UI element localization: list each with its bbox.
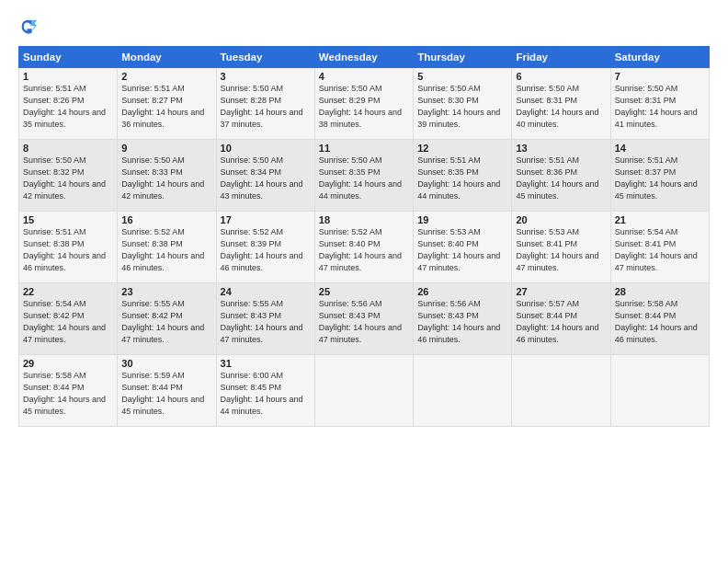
cell-details: Sunrise: 5:52 AMSunset: 8:38 PMDaylight:… <box>121 226 211 274</box>
cell-details: Sunrise: 5:50 AMSunset: 8:31 PMDaylight:… <box>615 83 705 131</box>
day-number: 7 <box>615 71 705 82</box>
calendar-cell: 19Sunrise: 5:53 AMSunset: 8:40 PMDayligh… <box>414 212 512 283</box>
calendar-cell: 4Sunrise: 5:50 AMSunset: 8:29 PMDaylight… <box>314 68 413 140</box>
cell-details: Sunrise: 5:50 AMSunset: 8:29 PMDaylight:… <box>319 83 409 131</box>
week-row-3: 15Sunrise: 5:51 AMSunset: 8:38 PMDayligh… <box>19 212 710 283</box>
calendar-cell: 29Sunrise: 5:58 AMSunset: 8:44 PMDayligh… <box>19 355 118 427</box>
header-thursday: Thursday <box>414 47 512 68</box>
day-number: 3 <box>221 71 311 82</box>
cell-details: Sunrise: 5:57 AMSunset: 8:44 PMDaylight:… <box>516 298 606 346</box>
cell-details: Sunrise: 5:58 AMSunset: 8:44 PMDaylight:… <box>23 370 113 418</box>
calendar-cell: 2Sunrise: 5:51 AMSunset: 8:27 PMDaylight… <box>118 68 216 140</box>
calendar-cell: 12Sunrise: 5:51 AMSunset: 8:35 PMDayligh… <box>414 140 512 212</box>
day-number: 4 <box>319 71 409 82</box>
day-number: 22 <box>23 286 113 297</box>
header-wednesday: Wednesday <box>314 47 413 68</box>
day-number: 5 <box>417 71 507 82</box>
cell-details: Sunrise: 5:58 AMSunset: 8:44 PMDaylight:… <box>615 298 705 346</box>
calendar-cell: 1Sunrise: 5:51 AMSunset: 8:26 PMDaylight… <box>19 68 118 140</box>
calendar-cell: 15Sunrise: 5:51 AMSunset: 8:38 PMDayligh… <box>19 212 118 283</box>
header-monday: Monday <box>118 47 216 68</box>
day-number: 13 <box>516 143 606 154</box>
cell-details: Sunrise: 5:50 AMSunset: 8:34 PMDaylight:… <box>221 155 311 202</box>
calendar-cell: 10Sunrise: 5:50 AMSunset: 8:34 PMDayligh… <box>216 140 314 212</box>
cell-details: Sunrise: 5:59 AMSunset: 8:44 PMDaylight:… <box>121 370 211 418</box>
day-number: 9 <box>121 143 211 154</box>
calendar-cell: 26Sunrise: 5:56 AMSunset: 8:43 PMDayligh… <box>414 283 512 355</box>
calendar-cell: 8Sunrise: 5:50 AMSunset: 8:32 PMDaylight… <box>19 140 118 212</box>
cell-details: Sunrise: 5:50 AMSunset: 8:30 PMDaylight:… <box>417 83 507 131</box>
day-number: 2 <box>121 71 211 82</box>
cell-details: Sunrise: 5:56 AMSunset: 8:43 PMDaylight:… <box>417 298 507 346</box>
day-number: 14 <box>615 143 705 154</box>
cell-details: Sunrise: 5:50 AMSunset: 8:31 PMDaylight:… <box>516 83 606 131</box>
day-number: 21 <box>615 214 705 225</box>
calendar-cell: 5Sunrise: 5:50 AMSunset: 8:30 PMDaylight… <box>414 68 512 140</box>
cell-details: Sunrise: 5:50 AMSunset: 8:32 PMDaylight:… <box>23 155 113 202</box>
day-number: 31 <box>221 358 311 369</box>
calendar-cell: 7Sunrise: 5:50 AMSunset: 8:31 PMDaylight… <box>610 68 709 140</box>
cell-details: Sunrise: 5:56 AMSunset: 8:43 PMDaylight:… <box>319 298 409 346</box>
header <box>18 17 710 37</box>
logo <box>18 17 42 37</box>
cell-details: Sunrise: 5:50 AMSunset: 8:35 PMDaylight:… <box>319 155 409 202</box>
calendar-cell <box>414 355 512 427</box>
day-number: 26 <box>417 286 507 297</box>
calendar-cell: 13Sunrise: 5:51 AMSunset: 8:36 PMDayligh… <box>512 140 610 212</box>
cell-details: Sunrise: 6:00 AMSunset: 8:45 PMDaylight:… <box>221 370 311 418</box>
day-number: 19 <box>417 214 507 225</box>
calendar-cell: 28Sunrise: 5:58 AMSunset: 8:44 PMDayligh… <box>610 283 709 355</box>
day-number: 15 <box>23 214 113 225</box>
calendar-cell: 16Sunrise: 5:52 AMSunset: 8:38 PMDayligh… <box>118 212 216 283</box>
cell-details: Sunrise: 5:50 AMSunset: 8:28 PMDaylight:… <box>221 83 311 131</box>
cell-details: Sunrise: 5:52 AMSunset: 8:39 PMDaylight:… <box>221 226 311 274</box>
calendar-cell: 24Sunrise: 5:55 AMSunset: 8:43 PMDayligh… <box>216 283 314 355</box>
calendar-body: 1Sunrise: 5:51 AMSunset: 8:26 PMDaylight… <box>19 68 710 427</box>
cell-details: Sunrise: 5:53 AMSunset: 8:40 PMDaylight:… <box>417 226 507 274</box>
cell-details: Sunrise: 5:50 AMSunset: 8:33 PMDaylight:… <box>121 155 211 202</box>
calendar-cell: 27Sunrise: 5:57 AMSunset: 8:44 PMDayligh… <box>512 283 610 355</box>
week-row-2: 8Sunrise: 5:50 AMSunset: 8:32 PMDaylight… <box>19 140 710 212</box>
cell-details: Sunrise: 5:54 AMSunset: 8:41 PMDaylight:… <box>615 226 705 274</box>
cell-details: Sunrise: 5:51 AMSunset: 8:35 PMDaylight:… <box>417 155 507 202</box>
calendar-page: SundayMondayTuesdayWednesdayThursdayFrid… <box>0 0 728 563</box>
calendar-cell <box>512 355 610 427</box>
header-sunday: Sunday <box>19 47 118 68</box>
cell-details: Sunrise: 5:51 AMSunset: 8:27 PMDaylight:… <box>121 83 211 131</box>
calendar-cell: 21Sunrise: 5:54 AMSunset: 8:41 PMDayligh… <box>610 212 709 283</box>
day-number: 12 <box>417 143 507 154</box>
calendar-cell: 3Sunrise: 5:50 AMSunset: 8:28 PMDaylight… <box>216 68 314 140</box>
day-number: 28 <box>615 286 705 297</box>
cell-details: Sunrise: 5:51 AMSunset: 8:26 PMDaylight:… <box>23 83 113 131</box>
cell-details: Sunrise: 5:51 AMSunset: 8:37 PMDaylight:… <box>615 155 705 202</box>
calendar-cell: 22Sunrise: 5:54 AMSunset: 8:42 PMDayligh… <box>19 283 118 355</box>
calendar-cell: 23Sunrise: 5:55 AMSunset: 8:42 PMDayligh… <box>118 283 216 355</box>
cell-details: Sunrise: 5:54 AMSunset: 8:42 PMDaylight:… <box>23 298 113 346</box>
day-number: 11 <box>319 143 409 154</box>
day-number: 10 <box>221 143 311 154</box>
day-number: 18 <box>319 214 409 225</box>
calendar-cell: 31Sunrise: 6:00 AMSunset: 8:45 PMDayligh… <box>216 355 314 427</box>
header-tuesday: Tuesday <box>216 47 314 68</box>
day-number: 20 <box>516 214 606 225</box>
cell-details: Sunrise: 5:51 AMSunset: 8:38 PMDaylight:… <box>23 226 113 274</box>
header-friday: Friday <box>512 47 610 68</box>
calendar-cell <box>314 355 413 427</box>
day-number: 17 <box>221 214 311 225</box>
calendar-table: SundayMondayTuesdayWednesdayThursdayFrid… <box>18 46 710 427</box>
week-row-4: 22Sunrise: 5:54 AMSunset: 8:42 PMDayligh… <box>19 283 710 355</box>
calendar-cell: 25Sunrise: 5:56 AMSunset: 8:43 PMDayligh… <box>314 283 413 355</box>
calendar-cell: 6Sunrise: 5:50 AMSunset: 8:31 PMDaylight… <box>512 68 610 140</box>
day-number: 23 <box>121 286 211 297</box>
day-number: 16 <box>121 214 211 225</box>
calendar-header: SundayMondayTuesdayWednesdayThursdayFrid… <box>19 47 710 68</box>
week-row-1: 1Sunrise: 5:51 AMSunset: 8:26 PMDaylight… <box>19 68 710 140</box>
day-number: 24 <box>221 286 311 297</box>
calendar-cell: 18Sunrise: 5:52 AMSunset: 8:40 PMDayligh… <box>314 212 413 283</box>
day-number: 30 <box>121 358 211 369</box>
logo-icon <box>18 17 39 37</box>
day-number: 6 <box>516 71 606 82</box>
week-row-5: 29Sunrise: 5:58 AMSunset: 8:44 PMDayligh… <box>19 355 710 427</box>
cell-details: Sunrise: 5:53 AMSunset: 8:41 PMDaylight:… <box>516 226 606 274</box>
calendar-cell: 11Sunrise: 5:50 AMSunset: 8:35 PMDayligh… <box>314 140 413 212</box>
